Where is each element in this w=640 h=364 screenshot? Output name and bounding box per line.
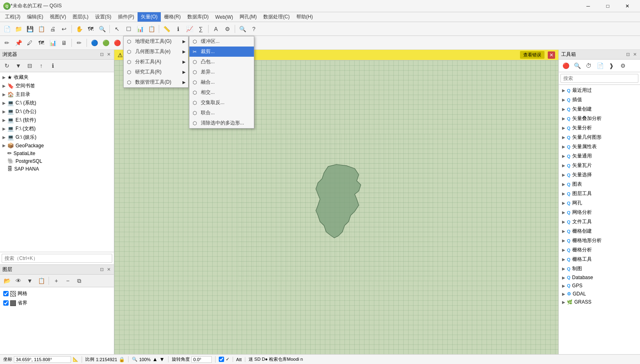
browser-item-f[interactable]: ▶ 💻 F:\ (文档)	[1, 124, 113, 133]
scale-lock-btn[interactable]: 🔒	[119, 357, 125, 362]
submenu-buffer[interactable]: ⬡ 缓冲区...	[189, 36, 254, 47]
layer-grid-checkbox[interactable]	[3, 291, 9, 296]
toolbox-btn1[interactable]: 🔴	[560, 60, 571, 71]
open-project-btn[interactable]: 📁	[13, 24, 24, 34]
menu-view[interactable]: 视图(V)	[47, 12, 69, 22]
browser-info-btn[interactable]: ℹ	[47, 60, 58, 71]
digitize-btn5[interactable]: 📊	[47, 38, 58, 48]
label-btn[interactable]: A	[211, 24, 221, 34]
menu-web[interactable]: Web(W)	[212, 12, 236, 22]
close-button[interactable]: ✕	[618, 0, 637, 12]
select-btn[interactable]: ↖	[112, 24, 122, 34]
submenu-clip[interactable]: ✂ 裁剪...	[189, 47, 254, 57]
layer-filter-btn[interactable]: ▼	[24, 275, 35, 286]
map-canvas[interactable]	[114, 60, 558, 354]
settings2-btn[interactable]: ⚙	[222, 24, 233, 34]
calculator-btn[interactable]: ∑	[196, 24, 206, 34]
menu-edit[interactable]: 编辑(E)	[24, 12, 47, 22]
browser-item-postgresql[interactable]: 🐘 PostgreSQL	[1, 157, 113, 165]
browser-panel-btn1[interactable]: ⊡	[99, 52, 104, 57]
menu-geoprocess[interactable]: ⬡ 地理处理工具(G)	[124, 36, 188, 47]
layers-panel-btn2[interactable]: ✕	[106, 267, 111, 272]
toolbox-btn6[interactable]: ⚙	[618, 60, 628, 71]
browser-item-spatialite[interactable]: ✏ SpatiaLite	[1, 149, 113, 157]
submenu-union[interactable]: ⬡ 联合...	[189, 108, 254, 118]
browser-refresh-btn[interactable]: ↻	[2, 60, 12, 71]
view-error-button[interactable]: 查看错误	[520, 51, 544, 59]
tool-vector-select[interactable]: ▶ Q 矢量选择	[560, 170, 639, 180]
tool-recent[interactable]: ▶ Q 最近用过	[560, 86, 639, 95]
tool-raster-terrain[interactable]: ▶ Q 栅格地形分析	[560, 236, 639, 245]
tool-vector-overlay[interactable]: ▶ Q 矢量叠加分析	[560, 114, 639, 123]
browser-panel-btn2[interactable]: ✕	[106, 52, 111, 57]
print-btn[interactable]: 🖨	[47, 24, 58, 34]
open-attr-btn[interactable]: 📊	[135, 24, 145, 34]
layer-dup-btn[interactable]: ⧉	[74, 275, 84, 286]
maximize-button[interactable]: □	[598, 0, 617, 12]
browser-item-home[interactable]: ▶ 🏠 主目录	[1, 90, 113, 99]
snap-btn2[interactable]: 🟢	[100, 38, 111, 48]
menu-research-tools[interactable]: ⬡ 研究工具(R)	[124, 67, 188, 77]
toolbox-search-input[interactable]	[560, 74, 638, 83]
submenu-convex[interactable]: ⬡ 凸包...	[189, 57, 254, 67]
menu-vector[interactable]: 矢量(O)	[138, 12, 161, 22]
layer-legend-btn[interactable]: 📋	[36, 275, 47, 286]
deselect-btn[interactable]: ☐	[123, 24, 134, 34]
info-close-button[interactable]: ✕	[548, 51, 555, 59]
layer-visible-btn[interactable]: 👁	[13, 275, 24, 286]
tool-vector-analysis[interactable]: ▶ Q 矢量分析	[560, 123, 639, 133]
tool-raster-create[interactable]: ▶ Q 栅格创建	[560, 226, 639, 236]
toolbox-btn3[interactable]: ⏱	[583, 60, 594, 71]
zoom-up-btn[interactable]: ▲	[152, 356, 158, 362]
submenu-elim[interactable]: ⬡ 清除选中的多边形...	[189, 118, 254, 128]
help-btn[interactable]: ?	[249, 24, 259, 34]
menu-analysis-tools[interactable]: ⬡ 分析工具(A)	[124, 57, 188, 67]
menu-database[interactable]: 数据库(D)	[184, 12, 212, 22]
layer-add-grp-btn[interactable]: +	[51, 275, 62, 286]
menu-plugins[interactable]: 插件(P)	[115, 12, 138, 22]
digitize-btn6[interactable]: 🖥	[59, 38, 69, 48]
layer-remove-btn[interactable]: −	[62, 275, 73, 286]
minimize-button[interactable]: ─	[579, 0, 598, 12]
toolbox-btn2[interactable]: 🔍	[572, 60, 582, 71]
save-project-btn[interactable]: 💾	[24, 24, 35, 34]
layers-panel-btn1[interactable]: ⊡	[99, 267, 104, 272]
browser-item-e[interactable]: ▶ 💻 E:\ (软件)	[1, 116, 113, 124]
menu-processing[interactable]: 数据处理(C)	[260, 12, 293, 22]
browser-search-input[interactable]	[2, 254, 112, 263]
magnifier-btn[interactable]: 🔍	[237, 24, 248, 34]
undo-btn[interactable]: ↩	[59, 24, 69, 34]
layer-province-checkbox[interactable]	[3, 300, 9, 306]
tool-layer-tool[interactable]: ▶ Q 图层工具	[560, 189, 639, 198]
submenu-difference[interactable]: ⬡ 差异...	[189, 67, 254, 77]
zoom-down-btn[interactable]: ▼	[159, 356, 164, 362]
layer-grid[interactable]: 网格	[2, 289, 112, 298]
tool-file[interactable]: ▶ Q 文件工具	[560, 217, 639, 226]
tool-chart[interactable]: ▶ Q 图表	[560, 180, 639, 189]
tool-mesh[interactable]: ▶ Q 网孔	[560, 198, 639, 208]
browser-filter-btn[interactable]: ▼	[13, 60, 24, 71]
browser-item-bookmarks[interactable]: ▶ 🔖 空间书签	[1, 82, 113, 90]
menu-help[interactable]: 帮助(H)	[293, 12, 316, 22]
edit-btn1[interactable]: ✏	[74, 38, 84, 48]
measure-btn[interactable]: 📏	[161, 24, 172, 34]
digitize-btn4[interactable]: 🗺	[36, 38, 47, 48]
zoom-in-btn[interactable]: 🔍	[97, 24, 107, 34]
toolbox-btn4[interactable]: 📄	[595, 60, 605, 71]
tool-database[interactable]: ▶ Q Database	[560, 273, 639, 282]
identify-btn[interactable]: ℹ	[173, 24, 183, 34]
pan-btn[interactable]: ✋	[74, 24, 84, 34]
tool-vector-general[interactable]: ▶ Q 矢量通用	[560, 151, 639, 161]
browser-collapse-btn[interactable]: ⊟	[24, 60, 35, 71]
open-layer-btn[interactable]: 📂	[2, 275, 12, 286]
save-as-btn[interactable]: 📋	[36, 24, 47, 34]
tool-network[interactable]: ▶ Q 网络分析	[560, 208, 639, 217]
browser-item-favorites[interactable]: ▶ ★ 收藏夹	[1, 73, 113, 82]
menu-layer[interactable]: 图层(L)	[69, 12, 92, 22]
submenu-intersection[interactable]: ⬡ 相交...	[189, 87, 254, 98]
tool-vector-attr[interactable]: ▶ Q 矢量属性表	[560, 142, 639, 151]
stat-btn[interactable]: 📈	[184, 24, 195, 34]
render-checkbox[interactable]	[219, 357, 224, 362]
tool-vector-geometry[interactable]: ▶ Q 矢量几何图形	[560, 133, 639, 142]
tool-cartography[interactable]: ▶ Q 制图	[560, 264, 639, 273]
